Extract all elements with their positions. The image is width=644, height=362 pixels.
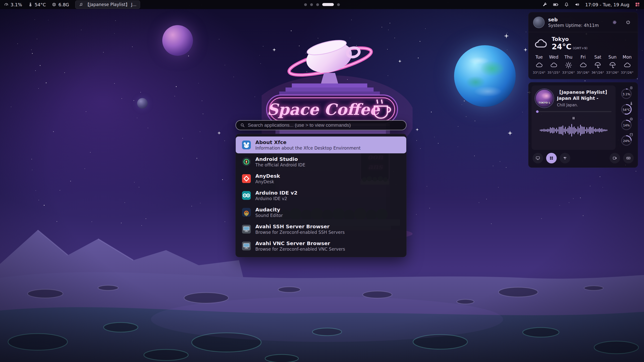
workspace-active[interactable] bbox=[322, 3, 334, 6]
power-button[interactable] bbox=[623, 17, 633, 27]
monitor-icon bbox=[536, 156, 540, 160]
gauge-value: 3.1% bbox=[620, 93, 633, 96]
progress-handle[interactable] bbox=[536, 110, 539, 113]
system-gauge: 14% bbox=[620, 118, 633, 133]
search-icon bbox=[240, 123, 245, 128]
quick-settings-panel: seb System Uptime: 4h11m Tokyo 24°C (GMT… bbox=[528, 12, 638, 168]
theme-button[interactable] bbox=[560, 153, 570, 163]
audio-waveform bbox=[535, 123, 612, 137]
workspace-dot[interactable] bbox=[310, 3, 313, 6]
playlist-icon bbox=[79, 3, 83, 7]
app-row-anydesk[interactable]: AnyDesk AnyDesk bbox=[236, 170, 406, 187]
app-row-android-studio[interactable]: Android Studio The official Android IDE bbox=[236, 153, 406, 170]
now-playing-button[interactable]: 【Japanese Playlist】 J... bbox=[75, 1, 140, 9]
cpu-usage-value: 3.1% bbox=[11, 2, 22, 7]
forecast-day-label: Fri bbox=[581, 55, 586, 60]
app-description: Browse for Zeroconf-enabled SSH Servers bbox=[255, 230, 345, 235]
workspace-dot[interactable] bbox=[304, 3, 307, 6]
battery-icon[interactable] bbox=[553, 2, 558, 7]
forecast-day-label: Tue bbox=[535, 55, 543, 60]
playback-progress[interactable] bbox=[536, 111, 612, 112]
app-results-list: About Xfce Information about the Xfce De… bbox=[235, 134, 407, 257]
app-name: Avahi SSH Server Browser bbox=[255, 223, 345, 230]
gauge-icon bbox=[4, 2, 9, 7]
workspace-dot[interactable] bbox=[337, 3, 340, 6]
forecast-temps: 35°/26° bbox=[577, 71, 589, 74]
app-grid-icon[interactable] bbox=[635, 2, 640, 7]
wrench-icon[interactable] bbox=[542, 2, 547, 7]
small-moon bbox=[137, 98, 148, 109]
screen-record-button[interactable] bbox=[610, 153, 620, 163]
gauge-value: 14% bbox=[620, 124, 633, 127]
app-row-avahi-ssh-server-browser[interactable]: Avahi SSH Server Browser Browse for Zero… bbox=[236, 221, 406, 238]
weather-cloud-icon bbox=[534, 37, 548, 51]
app-row-avahi-vnc-server-browser[interactable]: Avahi VNC Server Browser Browse for Zero… bbox=[236, 238, 406, 254]
forecast-day-label: Wed bbox=[549, 55, 558, 60]
grid-icon bbox=[549, 156, 554, 160]
search-input[interactable] bbox=[248, 122, 402, 128]
display-button[interactable] bbox=[533, 153, 543, 163]
gear-icon bbox=[612, 20, 617, 25]
xfce-icon bbox=[242, 140, 251, 150]
avahi-icon bbox=[242, 241, 251, 251]
shop-sign-text: Space Coffee bbox=[267, 100, 380, 119]
settings-button[interactable] bbox=[610, 17, 620, 27]
memory-icon bbox=[52, 2, 56, 7]
app-description: Browse for Zeroconf-enabled VNC Servers bbox=[255, 247, 345, 252]
bell-icon[interactable] bbox=[564, 2, 569, 7]
workspace-dot[interactable] bbox=[316, 3, 319, 6]
app-description: Sound Editor bbox=[255, 213, 283, 218]
thermometer-icon bbox=[28, 2, 33, 7]
top-bar: 3.1% 54°C 6.8G 【Japanese Playlist】 J... … bbox=[0, 0, 644, 9]
apps-button[interactable] bbox=[546, 153, 557, 163]
forecast-day: Tue 33°/24° bbox=[532, 55, 546, 74]
user-name: seb bbox=[548, 17, 599, 22]
app-row-audacity[interactable]: Audacity Sound Editor bbox=[236, 204, 406, 221]
system-gauge: 24% bbox=[620, 133, 633, 149]
app-name: Avahi VNC Server Browser bbox=[255, 240, 345, 247]
weather-forecast: Tue 33°/24° Wed 35°/25° Thu 33°/26° Fri … bbox=[529, 52, 638, 79]
system-gauges: 3.1% 54°C 14% 24% bbox=[618, 85, 635, 150]
app-row-arduino-ide-v2[interactable]: Arduino IDE v2 Arduino IDE v2 bbox=[236, 187, 406, 204]
forecast-day-label: Sun bbox=[608, 55, 616, 60]
forecast-day-label: Thu bbox=[565, 55, 573, 60]
power-icon bbox=[626, 20, 631, 25]
memory-indicator[interactable]: 6.8G bbox=[52, 2, 69, 7]
gauge-value: 54°C bbox=[620, 108, 633, 112]
app-row-about-xfce[interactable]: About Xfce Information about the Xfce De… bbox=[236, 137, 406, 153]
volume-icon[interactable] bbox=[575, 2, 580, 7]
search-bar[interactable] bbox=[235, 120, 407, 130]
media-player-card: TOKYO L 【Japanese Playlist】 Japan All Ni… bbox=[532, 85, 616, 150]
forecast-temps: 33°/26° bbox=[621, 71, 633, 74]
cloud-icon bbox=[550, 61, 557, 69]
album-art-label: TOKYO L bbox=[539, 102, 550, 104]
user-avatar bbox=[533, 17, 545, 28]
cpu-usage-indicator[interactable]: 3.1% bbox=[4, 2, 22, 7]
forecast-day: Fri 35°/26° bbox=[576, 55, 590, 74]
avahi-icon bbox=[242, 224, 251, 234]
cloud-icon bbox=[579, 61, 587, 69]
temperature-indicator[interactable]: 54°C bbox=[28, 2, 46, 7]
keyboard-icon bbox=[626, 156, 631, 160]
workspace-indicator[interactable] bbox=[304, 3, 340, 6]
now-playing-label: 【Japanese Playlist】 J... bbox=[85, 2, 137, 8]
weather-city: Tokyo bbox=[552, 36, 587, 42]
app-description: Information about the Xfce Desktop Envir… bbox=[255, 146, 360, 151]
palette-icon bbox=[563, 156, 567, 160]
forecast-temps: 35°/25° bbox=[547, 71, 560, 74]
forecast-day: Sat 36°/26° bbox=[591, 55, 605, 74]
temperature-value: 54°C bbox=[35, 2, 46, 7]
anydesk-icon bbox=[242, 174, 251, 183]
cloud-icon bbox=[623, 61, 631, 69]
app-description: Arduino IDE v2 bbox=[255, 196, 297, 201]
user-weather-panel: seb System Uptime: 4h11m Tokyo 24°C (GMT… bbox=[528, 12, 638, 79]
app-name: Android Studio bbox=[255, 156, 305, 162]
disk-icon bbox=[629, 133, 633, 137]
pause-button[interactable] bbox=[569, 115, 579, 122]
umbrella-icon bbox=[594, 61, 601, 69]
clock[interactable]: 17:09 - Tue, 19 Aug bbox=[585, 2, 629, 7]
keyboard-button[interactable] bbox=[623, 153, 634, 163]
app-name: AnyDesk bbox=[255, 173, 280, 179]
app-launcher: About Xfce Information about the Xfce De… bbox=[235, 120, 407, 257]
system-uptime: System Uptime: 4h11m bbox=[548, 23, 599, 28]
